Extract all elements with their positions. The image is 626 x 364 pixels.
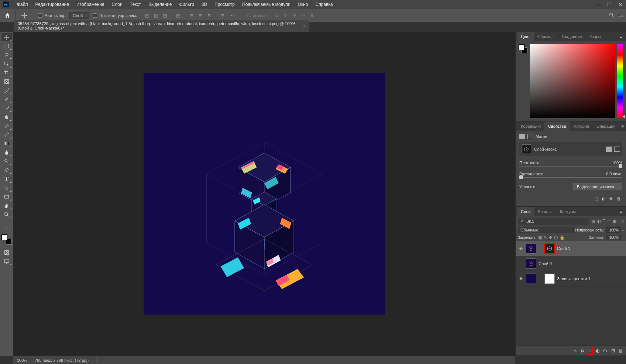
document-info[interactable]: 768 пикс. x 768 пикс. (72 ppi) [35, 358, 89, 363]
tool-move[interactable] [1, 33, 12, 41]
tool-blur[interactable] [1, 148, 12, 157]
delete-layer-icon[interactable]: 🗑 [619, 348, 623, 353]
tab-layers[interactable]: Слои [517, 207, 534, 216]
tool-healing[interactable] [1, 95, 12, 103]
add-mask-icon[interactable]: ◘ [588, 347, 592, 354]
layer-name[interactable]: Слой 1 [557, 246, 570, 251]
layer-mask-thumbnail[interactable] [544, 274, 555, 284]
tool-path-select[interactable] [1, 184, 12, 192]
fill-input[interactable] [606, 235, 620, 240]
lock-position-icon[interactable]: ✥ [549, 235, 552, 240]
tab-gradients[interactable]: Градиенты [558, 32, 586, 41]
align-right-icon[interactable]: ▤ [161, 12, 169, 19]
foreground-background-colors[interactable] [1, 234, 12, 245]
menu-view[interactable]: Просмотр [211, 2, 238, 7]
pixel-mask-icon[interactable] [519, 134, 525, 139]
tab-color[interactable]: Цвет [517, 32, 534, 41]
layer-mask-thumbnail[interactable] [544, 243, 555, 254]
tool-dodge[interactable] [1, 157, 12, 165]
tab-swatches[interactable]: Образцы [534, 32, 558, 41]
menu-select[interactable]: Выделение [145, 2, 176, 7]
document-tab[interactable]: 05454-97735729-, a glass object with a (… [14, 20, 309, 32]
tab-paths[interactable]: Контуры [556, 207, 579, 216]
tool-marquee[interactable] [1, 42, 12, 50]
opacity-input[interactable] [606, 227, 620, 233]
distribute-top-icon[interactable]: ≡ [188, 12, 195, 19]
new-layer-icon[interactable]: ⊞ [611, 348, 615, 353]
tool-history-brush[interactable] [1, 122, 12, 130]
lock-pixels-icon[interactable]: ✎ [544, 235, 547, 240]
feather-value[interactable]: 0,0 пикс. [606, 172, 622, 176]
window-close-button[interactable]: ✕ [615, 1, 626, 8]
link-layers-icon[interactable]: ⚯ [574, 348, 577, 353]
filter-adjust-icon[interactable]: ◐ [597, 219, 601, 224]
lock-all-icon[interactable]: 🔒 [560, 235, 565, 240]
foreground-color-swatch[interactable] [1, 234, 7, 240]
select-and-mask-button[interactable]: Выделение и маска... [572, 183, 622, 191]
menu-filter[interactable]: Фильтр [176, 2, 198, 7]
align-top-icon[interactable]: ▤ [175, 12, 182, 19]
tool-quick-select[interactable] [1, 60, 12, 68]
document-tab-close-icon[interactable]: × [303, 24, 306, 28]
align-left-icon[interactable]: ▤ [144, 12, 151, 19]
new-group-icon[interactable]: 🗀 [603, 348, 608, 353]
tool-type[interactable]: T [1, 175, 12, 183]
zoom-level[interactable]: 100% [17, 358, 27, 363]
color-fg-swatch[interactable] [519, 44, 524, 50]
color-fg-bg-swatches[interactable] [519, 44, 527, 53]
home-button[interactable] [2, 10, 13, 21]
menu-3d[interactable]: 3D [198, 2, 211, 7]
properties-panel-menu-icon[interactable]: ≡ [619, 124, 626, 128]
menu-file[interactable]: Файл [13, 2, 32, 7]
align-center-h-icon[interactable]: ▥ [152, 12, 160, 19]
menu-help[interactable]: Справка [312, 2, 337, 7]
tool-quick-mask[interactable] [1, 248, 12, 257]
tool-pen[interactable] [1, 166, 12, 174]
vector-mask-icon[interactable] [527, 134, 533, 139]
layers-panel-menu-icon[interactable]: ≡ [618, 209, 625, 214]
menu-edit[interactable]: Редактирование [32, 2, 73, 7]
new-adjustment-icon[interactable]: ◐ [596, 348, 599, 353]
layer-fx-icon[interactable]: fx [581, 348, 584, 353]
distribute-center-icon[interactable]: ≡ [197, 12, 204, 19]
tab-history[interactable]: История [570, 121, 593, 131]
menu-window[interactable]: Окно [294, 2, 312, 7]
hue-slider[interactable] [617, 44, 623, 118]
tool-hand[interactable] [1, 202, 12, 210]
auto-select-target-dropdown[interactable]: Слой [69, 12, 89, 19]
layer-row[interactable]: 👁 Слой 1 [516, 241, 626, 256]
status-disclosure-icon[interactable]: 〉 [96, 357, 100, 363]
feather-slider[interactable] [519, 177, 622, 178]
filter-pixel-icon[interactable]: ▩ [591, 219, 595, 224]
add-vector-mask-icon[interactable] [614, 147, 620, 152]
tool-brush[interactable] [1, 104, 12, 112]
canvas[interactable] [144, 73, 385, 315]
tool-eraser[interactable] [1, 131, 12, 139]
filter-type-icon[interactable]: T [603, 219, 605, 224]
tab-adjustments[interactable]: Коррекция [517, 121, 544, 131]
auto-select-checkbox[interactable] [38, 13, 42, 18]
tab-patterns[interactable]: Узоры [586, 32, 605, 41]
density-slider[interactable] [519, 166, 622, 166]
tab-properties[interactable]: Свойства [544, 121, 570, 131]
layer-thumbnail[interactable] [526, 274, 536, 284]
filter-smart-icon[interactable]: ▣ [612, 219, 616, 224]
distribute-bottom-icon[interactable]: ≡ [206, 12, 213, 19]
tab-actions[interactable]: Операции [593, 121, 619, 131]
distribute-space-icon[interactable]: ≡ [219, 12, 226, 19]
tool-frame[interactable] [1, 78, 12, 86]
search-icon[interactable] [609, 12, 615, 19]
layer-row[interactable]: Слой 0 [516, 256, 626, 271]
layer-filter-toggle[interactable] [621, 220, 624, 223]
show-transform-checkbox[interactable] [93, 13, 97, 18]
more-align-icon[interactable]: ⋯ [228, 12, 235, 19]
blend-mode-dropdown[interactable]: Обычные [518, 227, 574, 233]
mask-from-selection-icon[interactable]: ⬚ [594, 196, 598, 201]
add-pixel-mask-icon[interactable] [606, 147, 612, 152]
layer-visibility-icon[interactable]: 👁 [518, 246, 524, 251]
disable-mask-icon[interactable]: 👁 [609, 196, 613, 201]
layer-thumbnail[interactable] [526, 258, 536, 269]
window-minimize-button[interactable]: — [593, 1, 604, 8]
tool-rectangle[interactable] [1, 193, 12, 201]
lock-transparency-icon[interactable]: ▩ [538, 235, 542, 240]
